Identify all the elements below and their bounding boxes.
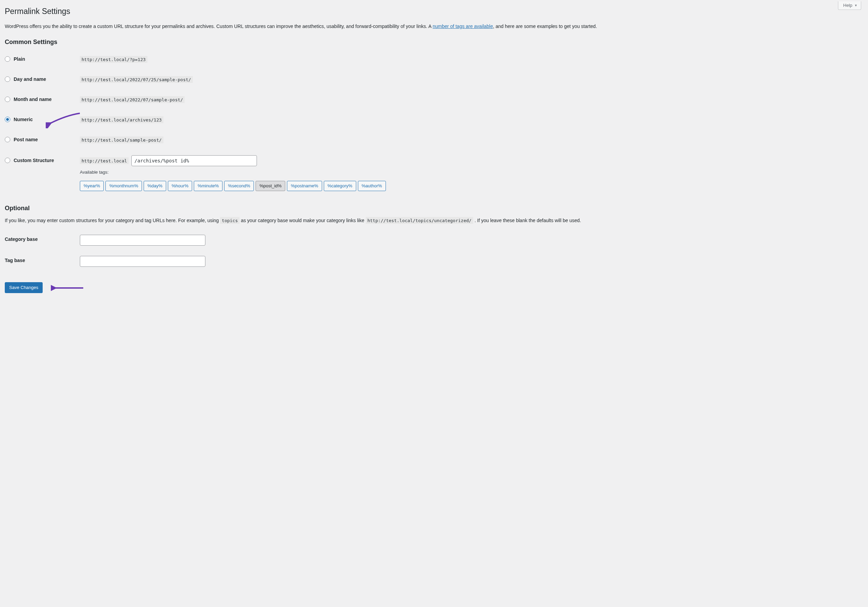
example-day-name: http://test.local/2022/07/25/sample-post… (80, 76, 193, 83)
radio-post-name[interactable] (5, 137, 10, 142)
category-base-input[interactable] (80, 235, 205, 246)
tag-button-second[interactable]: %second% (224, 181, 254, 191)
radio-numeric-text: Numeric (14, 117, 33, 122)
radio-plain-label[interactable]: Plain (5, 56, 25, 62)
radio-numeric-label[interactable]: Numeric (5, 117, 33, 122)
example-post-name: http://test.local/sample-post/ (80, 136, 163, 143)
example-plain: http://test.local/?p=123 (80, 56, 147, 63)
tag-button-postname[interactable]: %postname% (287, 181, 322, 191)
optional-text-post: . If you leave these blank the defaults … (474, 218, 581, 223)
radio-month-name[interactable] (5, 96, 10, 102)
category-base-label: Category base (5, 237, 37, 242)
intro-text-pre: WordPress offers you the ability to crea… (5, 23, 432, 29)
radio-day-name-text: Day and name (14, 76, 46, 82)
tag-button-day[interactable]: %day% (144, 181, 166, 191)
radio-post-name-label[interactable]: Post name (5, 137, 38, 142)
radio-post-name-text: Post name (14, 137, 38, 142)
optional-heading: Optional (5, 205, 861, 212)
tag-base-input[interactable] (80, 256, 205, 267)
help-button-label: Help (843, 3, 852, 8)
optional-text-mid: as your category base would make your ca… (241, 218, 366, 223)
optional-paragraph: If you like, you may enter custom struct… (5, 217, 861, 225)
tag-base-label: Tag base (5, 258, 25, 263)
optional-code-topics: topics (220, 217, 240, 224)
radio-custom-label[interactable]: Custom Structure (5, 158, 54, 163)
optional-text-pre: If you like, you may enter custom struct… (5, 218, 220, 223)
optional-code-url: http://test.local/topics/uncategorized/ (366, 217, 473, 224)
radio-custom[interactable] (5, 158, 10, 163)
tag-button-hour[interactable]: %hour% (168, 181, 192, 191)
optional-table: Category base Tag base (5, 230, 861, 272)
tag-button-category[interactable]: %category% (324, 181, 356, 191)
radio-month-name-text: Month and name (14, 96, 51, 102)
radio-numeric[interactable] (5, 117, 10, 122)
save-changes-button[interactable]: Save Changes (5, 282, 43, 293)
common-settings-table: Plain http://test.local/?p=123 Day and n… (5, 50, 861, 196)
radio-plain-text: Plain (14, 56, 25, 62)
radio-day-name-label[interactable]: Day and name (5, 76, 46, 82)
available-tags-list: %year%%monthnum%%day%%hour%%minute%%seco… (80, 181, 858, 191)
tag-button-year[interactable]: %year% (80, 181, 104, 191)
example-numeric: http://test.local/archives/123 (80, 116, 163, 123)
radio-day-name[interactable] (5, 76, 10, 82)
arrow-annotation-save (51, 283, 85, 293)
radio-plain[interactable] (5, 56, 10, 62)
radio-month-name-label[interactable]: Month and name (5, 96, 51, 102)
intro-paragraph: WordPress offers you the ability to crea… (5, 23, 861, 30)
custom-prefix: http://test.local (80, 157, 129, 164)
radio-custom-text: Custom Structure (14, 158, 54, 163)
example-month-name: http://test.local/2022/07/sample-post/ (80, 96, 184, 103)
tag-button-author[interactable]: %author% (358, 181, 386, 191)
tag-button-monthnum[interactable]: %monthnum% (105, 181, 142, 191)
page-title: Permalink Settings (5, 3, 861, 18)
intro-text-post: , and here are some examples to get you … (493, 23, 597, 29)
common-settings-heading: Common Settings (5, 39, 861, 46)
help-button[interactable]: Help (838, 2, 861, 10)
custom-structure-input[interactable] (131, 155, 257, 166)
tag-button-minute[interactable]: %minute% (194, 181, 222, 191)
tags-available-link[interactable]: number of tags are available (432, 23, 493, 29)
tag-button-post_id[interactable]: %post_id% (256, 181, 285, 191)
available-tags-label: Available tags: (80, 170, 858, 175)
